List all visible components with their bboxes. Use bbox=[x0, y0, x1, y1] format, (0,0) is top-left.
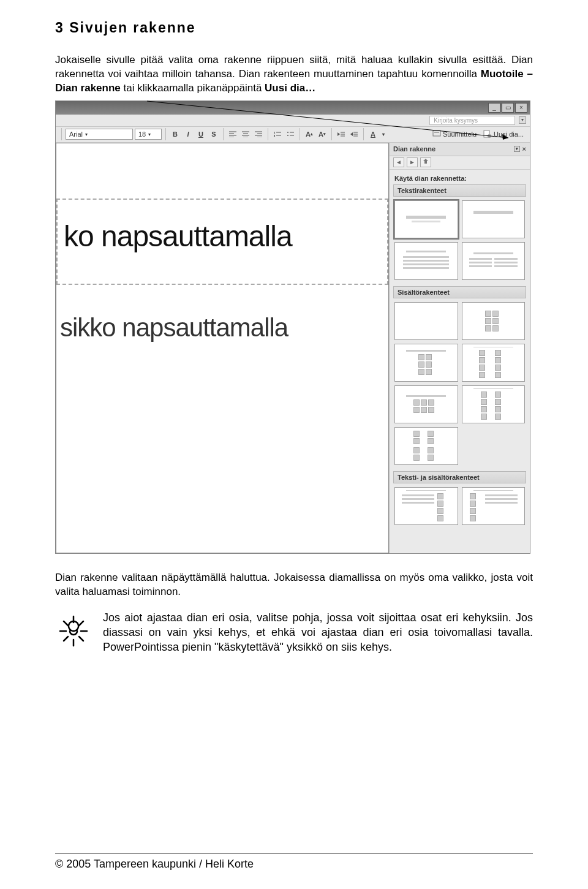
font-color-dropdown-icon[interactable]: ▾ bbox=[380, 129, 386, 140]
home-icon bbox=[423, 158, 429, 164]
powerpoint-screenshot: _ ▭ × Kirjoita kysymys ▾ Arial ▾ 18 ▾ B … bbox=[55, 100, 530, 554]
sun-icon bbox=[55, 610, 92, 649]
title-placeholder-text: ko napsauttamalla bbox=[64, 219, 381, 253]
svg-point-31 bbox=[488, 134, 491, 138]
category-text-content-layouts: Teksti- ja sisältörakenteet bbox=[393, 471, 526, 483]
new-slide-label: Uusi dia... bbox=[494, 131, 524, 138]
toolbar-separator bbox=[331, 128, 332, 140]
category-text-layouts: Tekstirakenteet bbox=[393, 184, 526, 197]
close-button[interactable]: × bbox=[515, 103, 527, 113]
layout-title-content-over-content[interactable] bbox=[394, 385, 458, 423]
design-button[interactable]: Suunnittelu bbox=[430, 128, 479, 140]
toolbar-separator bbox=[165, 128, 166, 140]
design-icon bbox=[432, 130, 441, 138]
layout-list[interactable]: Käytä dian rakennetta: Tekstirakenteet bbox=[390, 170, 530, 553]
layout-title-two-content[interactable] bbox=[462, 344, 526, 382]
layout-title-four-content[interactable] bbox=[462, 385, 526, 423]
font-combo[interactable]: Arial ▾ bbox=[66, 129, 133, 140]
increase-font-button[interactable]: A▴ bbox=[304, 129, 315, 140]
svg-rect-29 bbox=[434, 132, 439, 133]
svg-line-42 bbox=[79, 621, 83, 626]
formatting-toolbar: Arial ▾ 18 ▾ B I U S 12 bbox=[56, 127, 530, 143]
nav-back-button[interactable]: ◄ bbox=[393, 157, 404, 167]
toolbar-separator bbox=[300, 128, 300, 140]
toolbar-separator bbox=[223, 128, 224, 140]
layout-blank[interactable] bbox=[394, 302, 458, 340]
shadow-button[interactable]: S bbox=[208, 129, 219, 140]
restore-button[interactable]: ▭ bbox=[502, 103, 514, 113]
svg-rect-28 bbox=[433, 131, 440, 136]
nav-forward-button[interactable]: ► bbox=[407, 157, 418, 167]
layout-title-only[interactable] bbox=[462, 200, 526, 238]
italic-button[interactable]: I bbox=[183, 129, 194, 140]
svg-marker-20 bbox=[337, 132, 340, 136]
svg-marker-32 bbox=[423, 159, 428, 164]
help-bar: Kirjoita kysymys ▾ bbox=[56, 115, 530, 127]
taskpane-header: Dian rakenne ▾ × bbox=[390, 143, 530, 156]
layout-content-and-text[interactable] bbox=[462, 487, 526, 525]
fontsize-value: 18 bbox=[138, 131, 146, 138]
section-heading: 3 Sivujen rakenne bbox=[55, 20, 533, 36]
footer-text: © 2005 Tampereen kaupunki / Heli Korte bbox=[55, 858, 254, 870]
numbered-list-button[interactable]: 12 bbox=[272, 129, 283, 140]
help-input[interactable]: Kirjoita kysymys bbox=[429, 116, 515, 125]
new-slide-button[interactable]: Uusi dia... bbox=[481, 128, 526, 140]
svg-text:2: 2 bbox=[274, 134, 276, 137]
chevron-down-icon: ▾ bbox=[148, 132, 151, 137]
svg-line-39 bbox=[64, 621, 68, 626]
align-left-button[interactable] bbox=[227, 129, 238, 140]
nav-home-button[interactable] bbox=[420, 157, 431, 167]
design-label: Suunnittelu bbox=[443, 131, 477, 138]
page-footer: © 2005 Tampereen kaupunki / Heli Korte bbox=[0, 850, 588, 871]
chevron-down-icon: ▾ bbox=[85, 132, 88, 137]
svg-point-16 bbox=[287, 132, 288, 133]
align-center-button[interactable] bbox=[240, 129, 251, 140]
underline-button[interactable]: U bbox=[195, 129, 206, 140]
svg-marker-24 bbox=[350, 132, 353, 136]
layout-content[interactable] bbox=[462, 302, 526, 340]
layout-title-text[interactable] bbox=[394, 242, 458, 280]
new-slide-icon bbox=[483, 130, 492, 138]
taskpane-nav: ◄ ► bbox=[390, 156, 530, 170]
bold-button[interactable]: B bbox=[170, 129, 181, 140]
paragraph-intro: Jokaiselle sivulle pitää valita oma rake… bbox=[55, 53, 533, 96]
taskpane-title: Dian rakenne bbox=[393, 145, 435, 153]
bullet-list-button[interactable] bbox=[285, 129, 296, 140]
align-right-button[interactable] bbox=[253, 129, 264, 140]
svg-line-40 bbox=[79, 637, 83, 641]
svg-line-41 bbox=[64, 637, 68, 641]
font-color-button[interactable]: A bbox=[368, 129, 379, 140]
toolbar-separator bbox=[61, 128, 62, 140]
increase-indent-button[interactable] bbox=[349, 129, 360, 140]
fontsize-combo[interactable]: 18 ▾ bbox=[135, 129, 162, 140]
tip-block: Jos aiot ajastaa dian eri osia, valitse … bbox=[55, 610, 533, 655]
layout-text-and-content[interactable] bbox=[394, 487, 458, 525]
taskpane-close-icon[interactable]: × bbox=[522, 145, 526, 153]
slide-edit-area[interactable]: ko napsauttamalla sikko napsauttamalla bbox=[56, 143, 389, 553]
footer-separator bbox=[55, 853, 533, 854]
toolbar-separator bbox=[268, 128, 268, 140]
category-content-layouts: Sisältörakenteet bbox=[393, 286, 526, 298]
min-button[interactable]: _ bbox=[488, 103, 500, 113]
help-dropdown-icon[interactable]: ▾ bbox=[519, 116, 526, 124]
decrease-font-button[interactable]: A▾ bbox=[317, 129, 328, 140]
slide-layout-taskpane: Dian rakenne ▾ × ◄ ► Käytä dian rakennet… bbox=[389, 143, 530, 553]
apply-layout-label: Käytä dian rakennetta: bbox=[394, 175, 525, 182]
toolbar-separator bbox=[363, 128, 364, 140]
layout-title-content[interactable] bbox=[394, 344, 458, 382]
taskpane-menu-icon[interactable]: ▾ bbox=[514, 146, 520, 152]
window-titlebar: _ ▭ × bbox=[56, 101, 530, 115]
layout-title-slide[interactable] bbox=[394, 200, 458, 238]
decrease-indent-button[interactable] bbox=[336, 129, 347, 140]
title-placeholder[interactable]: ko napsauttamalla bbox=[56, 199, 388, 285]
font-combo-value: Arial bbox=[69, 131, 83, 138]
para-text-b: tai klikkaamalla pikanäppäintä bbox=[124, 82, 265, 94]
subtitle-placeholder-text: sikko napsauttamalla bbox=[56, 309, 388, 367]
para-bold-2: Uusi dia… bbox=[265, 82, 315, 94]
svg-point-18 bbox=[287, 135, 288, 136]
para-text-a: Jokaiselle sivulle pitää valita oma rake… bbox=[55, 54, 533, 80]
tip-text: Jos aiot ajastaa dian eri osia, valitse … bbox=[103, 610, 533, 655]
layout-title-two-text[interactable] bbox=[462, 242, 526, 280]
layout-four-content[interactable] bbox=[394, 427, 458, 465]
paragraph-after-screenshot: Dian rakenne valitaan näpäyttämällä halu… bbox=[55, 571, 533, 599]
